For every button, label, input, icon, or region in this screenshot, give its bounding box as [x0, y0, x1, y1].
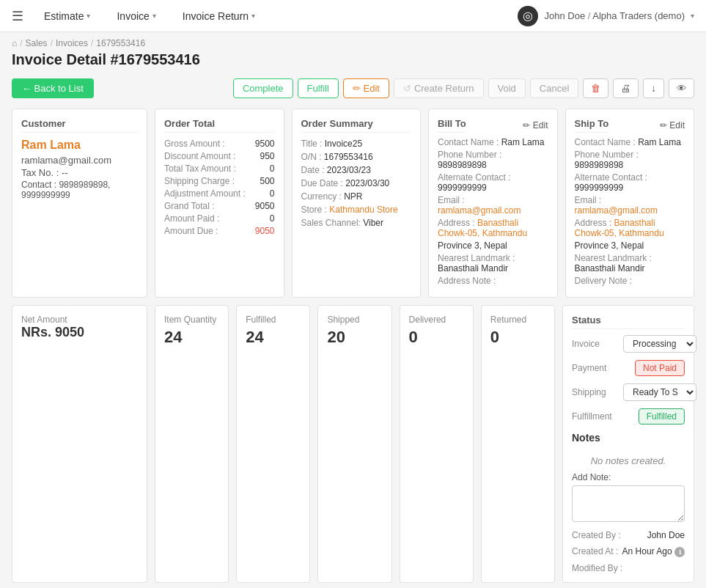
ship-to-edit-link[interactable]: ✏ Edit: [660, 120, 685, 131]
customer-card: Customer Ram Lama ramlama@gmail.com Tax …: [12, 109, 147, 298]
fulfill-button[interactable]: Fulfill: [298, 78, 339, 98]
order-row-shipping: Shipping Charge : 500: [164, 176, 275, 186]
order-row-due: Amount Due : 9050: [164, 226, 275, 236]
delete-button[interactable]: 🗑: [583, 78, 608, 98]
shipped-value: 20: [327, 328, 382, 347]
payment-status-badge: Not Paid: [635, 360, 685, 376]
invoice-status-select[interactable]: Processing: [623, 335, 696, 353]
net-amount-value: NRs. 9050: [21, 325, 138, 340]
order-row-paid: Amount Paid : 0: [164, 213, 275, 224]
notes-section: Notes No notes created. Add Note: Create…: [572, 432, 685, 573]
order-row-tax: Total Tax Amount : 0: [164, 163, 275, 174]
preview-button[interactable]: 👁: [669, 78, 694, 98]
nav-invoice[interactable]: Invoice ▾: [111, 7, 161, 25]
status-card: Status Invoice Processing Payment Not Pa…: [562, 305, 694, 583]
bill-contact-name: Contact Name : Ram Lama: [438, 137, 548, 147]
void-button[interactable]: Void: [488, 78, 526, 98]
delivered-value: 0: [409, 328, 464, 347]
bill-to-edit-link[interactable]: ✏ Edit: [523, 120, 548, 131]
fulfilled-label: Fulfilled: [246, 315, 301, 325]
ship-to-card: Ship To ✏ Edit Contact Name : Ram Lama P…: [565, 109, 695, 298]
info-grid: Customer Ram Lama ramlama@gmail.com Tax …: [12, 109, 694, 298]
customer-section-title: Customer: [21, 118, 138, 133]
order-summary-title: Order Summary: [301, 118, 412, 133]
customer-name[interactable]: Ram Lama: [21, 139, 138, 152]
home-icon[interactable]: ⌂: [12, 38, 17, 48]
action-bar: ← Back to List Complete Fulfill ✏ Edit ↺…: [0, 74, 706, 103]
breadcrumb-sales[interactable]: Sales: [26, 38, 48, 48]
bill-province: Province 3, Nepal: [438, 240, 548, 251]
main-content: Customer Ram Lama ramlama@gmail.com Tax …: [0, 103, 706, 588]
stats-status-area: Net Amount NRs. 9050 Item Quantity 24 Fu…: [12, 305, 694, 583]
nav-invoice-return[interactable]: Invoice Return ▾: [177, 7, 261, 25]
created-by-row: Created By : John Doe: [572, 530, 685, 540]
customer-tax: Tax No. : --: [21, 167, 138, 178]
summary-date-row: Date : 2023/03/23: [301, 165, 412, 175]
print-button[interactable]: 🖨: [613, 78, 639, 98]
ship-contact-name: Contact Name : Ram Lama: [575, 137, 685, 147]
customer-contact: Contact : 9898989898, 9999999999: [21, 180, 138, 200]
item-qty-label: Item Quantity: [164, 315, 219, 325]
bill-phone: Phone Number : 9898989898: [438, 150, 548, 170]
invoice-status-row: Invoice Processing: [572, 335, 685, 353]
ship-to-title: Ship To: [575, 118, 609, 133]
create-return-button[interactable]: ↺ Create Return: [394, 78, 484, 98]
shipped-card: Shipped 20: [317, 305, 391, 583]
ship-province: Province 3, Nepal: [575, 240, 685, 251]
order-total-card: Order Total Gross Amount : 9500 Discount…: [155, 109, 284, 298]
note-textarea[interactable]: [572, 485, 685, 522]
item-qty-value: 24: [164, 328, 219, 347]
user-avatar-icon: ◎: [518, 6, 538, 26]
user-label: John Doe / Alpha Traders (demo): [544, 10, 685, 21]
breadcrumb-invoice-id[interactable]: 1679553416: [96, 38, 145, 48]
breadcrumb-invoices[interactable]: Invoices: [56, 38, 88, 48]
delivered-label: Delivered: [409, 315, 464, 325]
notes-title: Notes: [572, 432, 685, 444]
returned-card: Returned 0: [481, 305, 555, 583]
summary-on-row: O/N : 1679553416: [301, 152, 412, 162]
returned-value: 0: [490, 328, 545, 347]
shipping-status-label: Shipping: [572, 387, 623, 397]
order-row-adjustment: Adjustment Amount : 0: [164, 188, 275, 199]
delivered-card: Delivered 0: [400, 305, 474, 583]
nav-estimate[interactable]: Estimate ▾: [38, 7, 96, 25]
chevron-return-icon: ▾: [251, 12, 255, 20]
order-row-discount: Discount Amount : 950: [164, 151, 275, 161]
fulfillment-status-row: Fulfillment Fulfilled: [572, 408, 685, 425]
order-row-gross: Gross Amount : 9500: [164, 139, 275, 149]
edit-button[interactable]: ✏ Edit: [343, 78, 389, 98]
ship-delivery-note: Delivery Note :: [575, 276, 685, 286]
breadcrumb: ⌂ / Sales / Invoices / 1679553416: [12, 38, 694, 48]
bill-address: Address : Banasthali Chowk-05, Kathmandu: [438, 218, 548, 238]
ship-email: Email : ramlama@gmail.com: [575, 195, 685, 216]
bill-to-title: Bill To: [438, 118, 466, 133]
net-amount-label: Net Amount: [21, 315, 138, 325]
fulfillment-status-badge: Fulfilled: [639, 408, 685, 425]
hamburger-icon[interactable]: ☰: [12, 8, 23, 24]
item-qty-card: Item Quantity 24: [155, 305, 229, 583]
ship-address: Address : Banasthali Chowk-05, Kathmandu: [575, 218, 685, 238]
order-summary-card: Order Summary Title : Invoice25 O/N : 16…: [292, 109, 422, 298]
order-total-title: Order Total: [164, 118, 275, 133]
download-button[interactable]: ↓: [643, 78, 664, 98]
created-at-info-icon[interactable]: ℹ: [674, 547, 685, 557]
add-note-label: Add Note:: [572, 472, 685, 482]
chevron-invoice-icon: ▾: [152, 12, 156, 20]
shipping-status-select[interactable]: Ready To ShipShippedDelivered: [623, 383, 696, 401]
ship-landmark: Nearest Landmark : Banasthali Mandir: [575, 253, 685, 273]
user-chevron-icon: ▾: [691, 12, 694, 20]
bill-email: Email : ramlama@gmail.com: [438, 195, 548, 216]
bill-address-note: Address Note :: [438, 276, 548, 286]
fulfillment-status-label: Fulfillment: [572, 411, 623, 422]
cancel-button[interactable]: Cancel: [530, 78, 578, 98]
user-menu[interactable]: ◎ John Doe / Alpha Traders (demo) ▾: [518, 6, 694, 26]
summary-store-row: Store : Kathmandu Store: [301, 205, 412, 215]
complete-button[interactable]: Complete: [233, 78, 293, 98]
ship-alternate: Alternate Contact : 9999999999: [575, 172, 685, 193]
summary-channel-row: Sales Channel: Viber: [301, 218, 412, 228]
back-to-list-button[interactable]: ← Back to List: [12, 78, 94, 98]
fulfilled-value: 24: [246, 328, 301, 347]
no-notes-text: No notes created.: [572, 449, 685, 472]
bill-alternate: Alternate Contact : 9999999999: [438, 172, 548, 193]
summary-due-date-row: Due Date : 2023/03/30: [301, 178, 412, 188]
